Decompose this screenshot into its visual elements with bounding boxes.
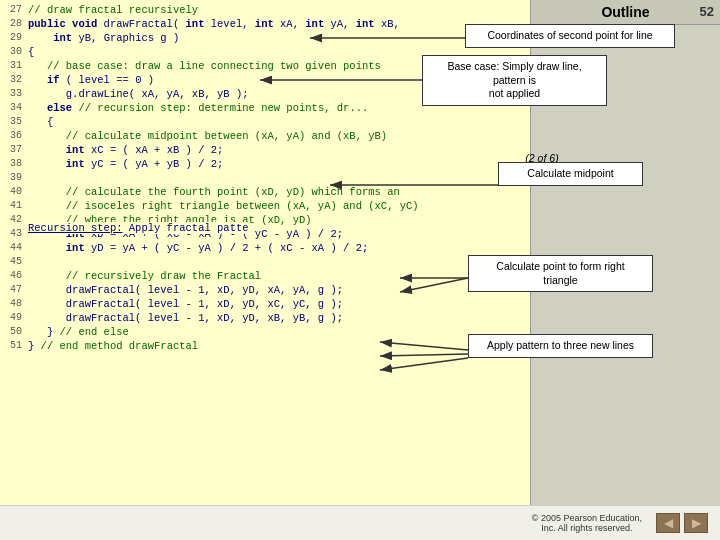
tooltip-coordinates: Coordinates of second point for line — [465, 24, 675, 48]
tooltip-base-case: Base case: Simply draw line, pattern isn… — [422, 55, 607, 106]
code-line-37: 37 int xC = ( xA + xB ) / 2; — [0, 144, 530, 158]
code-line-45: 45 — [0, 256, 530, 270]
code-line-51: 51 } // end method drawFractal — [0, 340, 530, 354]
code-line-50: 50 } // end else — [0, 326, 530, 340]
footer: © 2005 Pearson Education,Inc. All rights… — [0, 505, 720, 540]
code-line-29: 29 int yB, Graphics g ) — [0, 32, 530, 46]
code-line-40: 40 // calculate the fourth point (xD, yD… — [0, 186, 530, 200]
prev-button[interactable]: ◀ — [656, 513, 680, 533]
code-line-38: 38 int yC = ( yA + yB ) / 2; — [0, 158, 530, 172]
code-line-39: 39 — [0, 172, 530, 186]
tooltip-right-triangle: Calculate point to form righttriangle — [468, 255, 653, 292]
code-line-49: 49 drawFractal( level - 1, xD, yD, xB, y… — [0, 312, 530, 326]
next-button[interactable]: ▶ — [684, 513, 708, 533]
code-line-47: 47 drawFractal( level - 1, xD, yD, xA, y… — [0, 284, 530, 298]
tooltip-midpoint: Calculate midpoint — [498, 162, 643, 186]
code-line-35: 35 { — [0, 116, 530, 130]
page-number: 52 — [700, 4, 714, 19]
footer-copyright: © 2005 Pearson Education,Inc. All rights… — [532, 513, 642, 533]
code-line-44: 44 int yD = yA + ( yC - yA ) / 2 + ( xC … — [0, 242, 530, 256]
outline-title: Outline — [531, 0, 720, 25]
tooltip-apply-pattern: Apply pattern to three new lines — [468, 334, 653, 358]
page-container: 27 // draw fractal recursively 28 public… — [0, 0, 720, 540]
code-line-46: 46 // recursively draw the Fractal — [0, 270, 530, 284]
code-line-28: 28 public void drawFractal( int level, i… — [0, 18, 530, 32]
code-line-48: 48 drawFractal( level - 1, xD, yD, xC, y… — [0, 298, 530, 312]
code-line-27: 27 // draw fractal recursively — [0, 4, 530, 18]
code-line-41: 41 // isoceles right triangle between (x… — [0, 200, 530, 214]
recursion-step-label: Recursion step: Apply fractal patte — [28, 222, 249, 234]
code-line-36: 36 // calculate midpoint between (xA, yA… — [0, 130, 530, 144]
